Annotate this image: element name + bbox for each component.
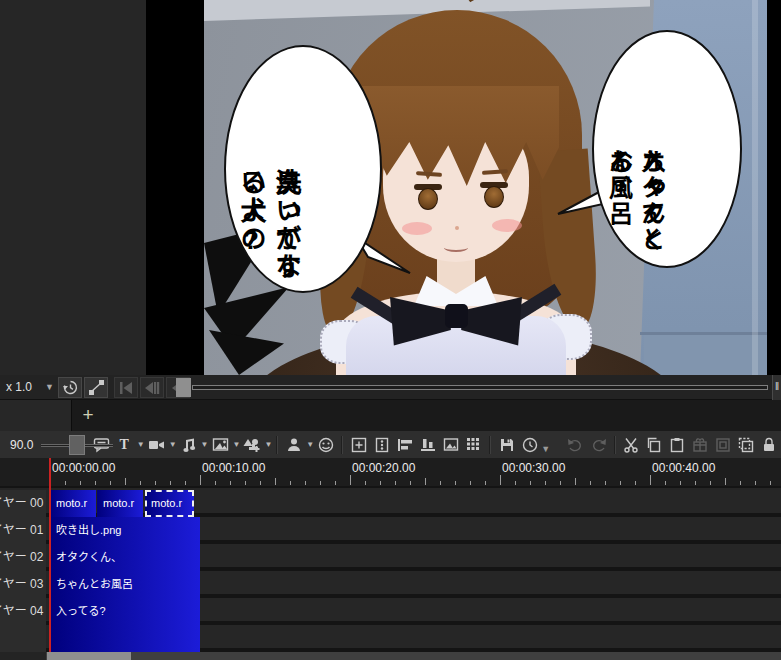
chevron-down-icon[interactable]: ▼ (541, 444, 550, 454)
add-tab-button[interactable]: + (74, 400, 102, 431)
letterbox-right (767, 0, 781, 375)
timeline-tab[interactable] (0, 400, 72, 431)
clip-moto-1[interactable]: moto.r (50, 490, 96, 517)
gift-icon[interactable] (689, 433, 712, 456)
prev-frame-button[interactable] (140, 377, 164, 398)
layer-label-00[interactable]: イヤー 00 (0, 490, 46, 517)
timeline-row (0, 625, 781, 652)
chevron-down-icon[interactable]: ▼ (137, 440, 145, 449)
grid-icon[interactable] (462, 433, 485, 456)
character-eye (480, 182, 508, 209)
speech-bubble-right: オタクくん、 ちゃんとお風呂 入ってる? (592, 30, 742, 268)
layer-track-00[interactable]: moto.r moto.r moto.r (46, 490, 781, 517)
dot-strip-icon[interactable] (370, 433, 393, 456)
timeline-panel: 00:00:00.00 00:00:10.00 00:00:20.00 00:0… (0, 458, 781, 660)
text-tool-icon[interactable]: T (113, 433, 136, 456)
zoom-slider-thumb[interactable] (69, 435, 85, 455)
layer-track-05[interactable] (46, 625, 781, 652)
timeline-rows: イヤー 00 moto.r moto.r moto.r イヤー 01 吹き出し.… (0, 490, 781, 660)
clip-moto-3-selected[interactable]: moto.r (145, 490, 194, 517)
timeline-row: イヤー 04 入ってる? (0, 598, 781, 625)
cut-icon[interactable] (620, 433, 643, 456)
clip-text-1[interactable]: オタクくん、 (50, 544, 200, 571)
seek-slider-track[interactable] (192, 385, 768, 390)
shape-add-icon[interactable] (240, 433, 263, 456)
lock-icon[interactable] (758, 433, 781, 456)
playhead[interactable] (49, 458, 51, 652)
horizontal-scrollbar[interactable] (0, 652, 781, 660)
overlay-icon[interactable] (712, 433, 735, 456)
timeline-row: イヤー 03 ちゃんとお風呂 (0, 571, 781, 598)
video-preview: 洗ってない犬の 臭いがするよ? オタクくん、 ちゃんとお風呂 入ってる? (204, 0, 767, 375)
ruler-timestamp: 00:00:20.00 (352, 461, 415, 475)
character-bow (390, 288, 522, 348)
clip-partial[interactable] (50, 625, 200, 652)
clip-fukidashi[interactable]: 吹き出し.png (50, 517, 200, 544)
layer-track-04[interactable]: 入ってる? (46, 598, 781, 625)
timeline-row: イヤー 00 moto.r moto.r moto.r (0, 490, 781, 517)
audio-icon[interactable] (177, 433, 200, 456)
layer-label-05[interactable] (0, 625, 46, 652)
ruler-timestamp: 00:00:30.00 (502, 461, 565, 475)
timeline-zoom-value: 90.0 (10, 438, 33, 452)
align-bottom-icon[interactable] (416, 433, 439, 456)
media-frame-icon[interactable] (439, 433, 462, 456)
speech-bubble-left: 洗ってない犬の 臭いがするよ? (224, 45, 382, 293)
ruler-timestamp: 00:00:00.00 (52, 461, 115, 475)
copy-icon[interactable] (643, 433, 666, 456)
image-icon[interactable] (209, 433, 232, 456)
layer-label-04[interactable]: イヤー 04 (0, 598, 46, 625)
skip-start-button[interactable] (114, 377, 138, 398)
layer-label-01[interactable]: イヤー 01 (0, 517, 46, 544)
curve-editor-button[interactable] (84, 377, 108, 398)
save-icon[interactable] (495, 433, 518, 456)
pause-button-partial[interactable]: ‖ (772, 375, 781, 400)
timeline-tab-bar: + (0, 400, 781, 431)
video-icon[interactable] (145, 433, 168, 456)
letterbox-left (146, 0, 204, 375)
empty-side-panel (0, 0, 146, 375)
redo-icon[interactable] (587, 433, 610, 456)
chevron-down-icon[interactable]: ▼ (233, 440, 241, 449)
chevron-down-icon[interactable]: ▼ (201, 440, 209, 449)
layer-label-02[interactable]: イヤー 02 (0, 544, 46, 571)
ruler-timestamp: 00:00:10.00 (202, 461, 265, 475)
face-icon[interactable] (314, 433, 337, 456)
chevron-down-icon[interactable]: ▼ (306, 440, 314, 449)
layer-label-03[interactable]: イヤー 03 (0, 571, 46, 598)
scrollbar-thumb[interactable] (47, 652, 131, 660)
layer-track-03[interactable]: ちゃんとお風呂 (46, 571, 781, 598)
repeat-button[interactable] (58, 377, 82, 398)
clip-moto-2[interactable]: moto.r (97, 490, 143, 517)
layer-track-02[interactable]: オタクくん、 (46, 544, 781, 571)
character-eye (414, 184, 442, 211)
timeline-ruler[interactable]: 00:00:00.00 00:00:10.00 00:00:20.00 00:0… (0, 458, 781, 488)
toolbar-grip-handle[interactable] (558, 436, 560, 454)
seek-slider-thumb[interactable] (176, 378, 191, 397)
playback-bar: x 1.0 ▼ ‖ (0, 375, 781, 400)
clock-icon[interactable] (518, 433, 541, 456)
timeline-toolbar: 90.0 ▼ T▼ ▼ ▼ ▼ ▼ ▼ ▼ (0, 431, 781, 458)
duplicate-icon[interactable] (735, 433, 758, 456)
layer-track-01[interactable]: 吹き出し.png (46, 517, 781, 544)
align-left-icon[interactable] (393, 433, 416, 456)
playback-speed-select[interactable]: x 1.0 ▼ (2, 377, 58, 397)
ruler-ticks (0, 475, 781, 486)
undo-icon[interactable] (564, 433, 587, 456)
video-editor-window: 洗ってない犬の 臭いがするよ? オタクくん、 ちゃんとお風呂 入ってる? x 1… (0, 0, 781, 660)
ruler-timestamp: 00:00:40.00 (652, 461, 715, 475)
timeline-row: イヤー 02 オタクくん、 (0, 544, 781, 571)
clip-text-3[interactable]: 入ってる? (50, 598, 200, 625)
clip-text-2[interactable]: ちゃんとお風呂 (50, 571, 200, 598)
chevron-down-icon[interactable]: ▼ (169, 440, 177, 449)
timeline-row: イヤー 01 吹き出し.png (0, 517, 781, 544)
timeline-zoom-slider[interactable] (41, 434, 63, 456)
character-icon[interactable] (282, 433, 305, 456)
chevron-down-icon[interactable]: ▼ (264, 440, 272, 449)
chevron-down-icon: ▼ (45, 382, 54, 392)
paste-icon[interactable] (666, 433, 689, 456)
frame-add-icon[interactable] (347, 433, 370, 456)
